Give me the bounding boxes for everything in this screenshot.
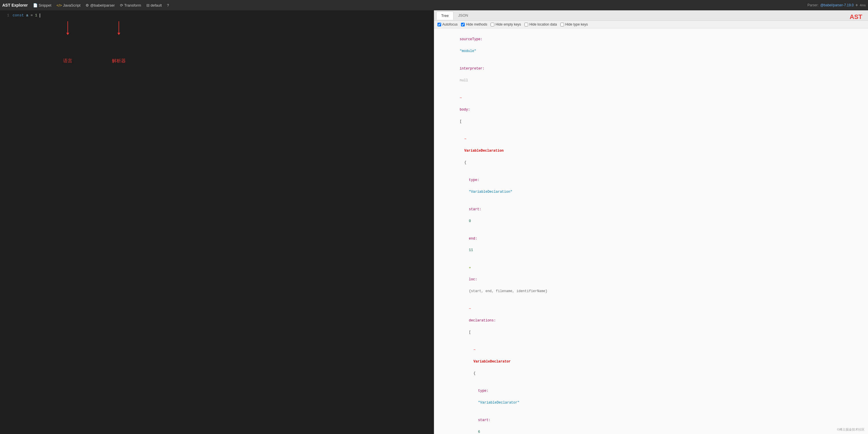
parser-version-link[interactable]: @babel/parser-7.19.0: [820, 3, 854, 7]
parser-arrow-line: [119, 21, 119, 33]
watermark: ©稀土掘金技术社区: [837, 427, 865, 432]
ast-tree-content[interactable]: sourceType: "module" interpreter: null −…: [434, 28, 868, 434]
ast-line-loc1[interactable]: + loc: {start, end, filename, identifier…: [453, 259, 863, 300]
lang-arrow-line: [67, 21, 68, 33]
transform-label: Transform: [124, 3, 141, 7]
hide-methods-label: Hide methods: [466, 22, 487, 26]
timer-display: 4ms: [860, 3, 866, 7]
option-hide-location[interactable]: Hide location data: [524, 22, 557, 26]
parser-ann-label: 解析器: [112, 58, 126, 64]
ast-line-type1: type: "VariableDeclaration": [453, 171, 863, 201]
vardeclarator-collapse[interactable]: −: [474, 348, 476, 352]
help-label: ?: [167, 3, 169, 7]
hide-methods-checkbox[interactable]: [461, 23, 465, 26]
parser-prefix: Parser:: [807, 3, 818, 7]
ast-line-interpreter: interpreter: null: [443, 60, 863, 89]
help-button[interactable]: ?: [165, 2, 172, 9]
declarations-collapse[interactable]: −: [469, 307, 471, 311]
option-autofocus[interactable]: Autofocus: [437, 22, 458, 26]
vardecl-collapse[interactable]: −: [464, 137, 466, 141]
ast-line-start2: start: 6: [462, 411, 863, 434]
loc1-expand[interactable]: +: [469, 266, 471, 270]
autofocus-checkbox[interactable]: [437, 23, 441, 26]
option-hide-empty-keys[interactable]: Hide empty keys: [491, 22, 521, 26]
ast-line-type2: type: "VariableDeclarator": [462, 382, 863, 411]
toolbar: AST Explorer 📄 Snippet </> JavaScript ⚙ …: [0, 0, 868, 10]
parser-button[interactable]: ⚙ @babel/parser: [83, 2, 117, 9]
hide-empty-checkbox[interactable]: [491, 23, 494, 26]
default-label: default: [151, 3, 162, 7]
hide-location-checkbox[interactable]: [524, 23, 528, 26]
main-content: 1 const a = 1 语言: [0, 10, 868, 434]
ast-line-body[interactable]: − body: [: [443, 89, 863, 131]
lang-arrowhead: [66, 33, 69, 35]
ast-panel: Tree JSON Autofocus Hide methods Hide em…: [434, 10, 868, 434]
parser-annotation: 解析器: [112, 21, 126, 64]
tab-json[interactable]: JSON: [454, 11, 473, 19]
transform-icon: ⟳: [120, 3, 123, 7]
default-button[interactable]: ⊟ default: [144, 2, 164, 9]
parser-arrowhead: [117, 33, 120, 35]
language-button[interactable]: </> JavaScript: [54, 2, 83, 9]
ast-line-declarations[interactable]: − declarations: [: [453, 300, 863, 341]
ast-line-variabledeclarator[interactable]: − VariableDeclarator {: [457, 341, 863, 382]
body-collapse[interactable]: −: [460, 96, 462, 100]
option-hide-methods[interactable]: Hide methods: [461, 22, 487, 26]
default-icon: ⊟: [146, 3, 150, 7]
option-hide-type-keys[interactable]: Hide type keys: [560, 22, 588, 26]
autofocus-label: Autofocus: [442, 22, 458, 26]
toolbar-right: Parser: @babel/parser-7.19.0 + 4ms: [807, 3, 866, 8]
ast-tabs: Tree JSON: [434, 10, 868, 21]
lang-annotation: 语言: [63, 21, 72, 64]
parser-icon: ⚙: [86, 3, 89, 7]
snippet-icon: 📄: [33, 3, 38, 7]
line-number: 1: [2, 13, 9, 18]
add-button[interactable]: +: [856, 3, 858, 8]
snippet-button[interactable]: 📄 Snippet: [31, 2, 54, 9]
hide-type-checkbox[interactable]: [560, 23, 564, 26]
transform-button[interactable]: ⟳ Transform: [118, 2, 144, 9]
tab-tree[interactable]: Tree: [436, 11, 454, 20]
code-content: const a = 1: [12, 12, 40, 19]
keyword-const: const: [12, 13, 24, 18]
hide-empty-label: Hide empty keys: [495, 22, 521, 26]
hide-location-label: Hide location data: [529, 22, 557, 26]
language-label: JavaScript: [63, 3, 81, 7]
ast-line-start1: start: 0: [453, 201, 863, 230]
ast-options: Autofocus Hide methods Hide empty keys H…: [434, 21, 868, 28]
brand-label: AST Explorer: [2, 3, 28, 7]
code-editor[interactable]: 1 const a = 1: [0, 10, 434, 21]
editor-panel: 1 const a = 1 语言: [0, 10, 434, 434]
parser-label: @babel/parser: [90, 3, 115, 7]
ast-line-variabledeclaration[interactable]: − VariableDeclaration {: [448, 131, 863, 171]
ast-line-end1: end: 11: [453, 230, 863, 259]
ast-line-sourcetype: sourceType: "module": [443, 31, 863, 60]
cursor: [40, 13, 40, 18]
code-line-1: 1 const a = 1: [0, 12, 434, 19]
annotations: 语言 解析器: [0, 10, 434, 434]
lang-label: 语言: [63, 58, 72, 64]
snippet-label: Snippet: [39, 3, 51, 7]
js-icon: </>: [57, 3, 62, 7]
value-1: 1: [35, 13, 37, 18]
var-a: a: [26, 13, 28, 18]
hide-type-label: Hide type keys: [565, 22, 588, 26]
